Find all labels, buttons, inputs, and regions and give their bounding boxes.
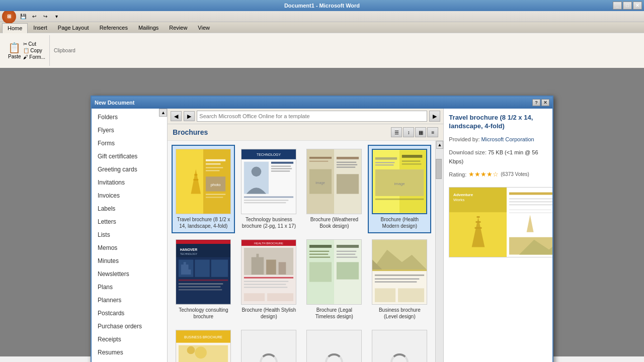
- tab-mailings[interactable]: Mailings: [133, 23, 164, 33]
- sidebar-item-flyers[interactable]: Flyers: [92, 124, 167, 137]
- tab-home[interactable]: Home: [2, 23, 28, 33]
- redo-qat-btn[interactable]: ↪: [40, 12, 50, 21]
- undo-qat-btn[interactable]: ↩: [29, 12, 39, 21]
- template-thumb-health: image: [372, 149, 427, 214]
- tab-insert[interactable]: Insert: [28, 23, 52, 33]
- paste-btn[interactable]: 📋 Paste: [8, 42, 21, 59]
- template-item-business-half[interactable]: BUSINESS BROCHURE: [172, 326, 235, 362]
- svg-rect-58: [179, 284, 223, 285]
- svg-rect-87: [372, 269, 427, 271]
- sidebar-item-minutes[interactable]: Minutes: [92, 254, 167, 267]
- template-thumb-biz-marketing: [372, 330, 427, 362]
- tab-page-layout[interactable]: Page Layout: [53, 23, 94, 33]
- download-size-label: Download size:: [449, 149, 487, 155]
- sidebar-item-purchase-orders[interactable]: Purchase orders: [92, 320, 167, 333]
- sidebar-item-greeting-cards[interactable]: Greeting cards: [92, 163, 167, 176]
- svg-text:TECHNOLOGY: TECHNOLOGY: [180, 253, 198, 255]
- clipboard-group: 📋 Paste ✂ Cut 📋 Copy 🖌 Form...: [4, 35, 50, 66]
- view-thumb-btn[interactable]: ▦: [415, 127, 426, 137]
- back-btn[interactable]: ◀: [171, 111, 182, 121]
- svg-rect-73: [309, 245, 332, 248]
- restore-btn[interactable]: □: [623, 2, 632, 10]
- template-item-professional-services[interactable]: Professional services: [302, 326, 366, 362]
- template-item-event-marketing[interactable]: Event marketing: [237, 326, 300, 362]
- sidebar-item-planners[interactable]: Planners: [92, 294, 167, 307]
- sidebar-item-invoices[interactable]: Invoices: [92, 189, 167, 202]
- copy-btn[interactable]: 📋 Copy: [23, 48, 45, 53]
- svg-rect-81: [337, 257, 357, 258]
- dialog-title-bar: New Document ? ✕: [92, 97, 552, 109]
- template-item-weathered-book[interactable]: image: [302, 145, 366, 233]
- new-document-dialog: New Document ? ✕ ▲ Folders Flyers Forms …: [91, 96, 553, 362]
- forward-btn[interactable]: ▶: [184, 111, 195, 121]
- dialog-body: ▲ Folders Flyers Forms Gift certificates…: [92, 109, 552, 362]
- sidebar-item-forms[interactable]: Forms: [92, 137, 167, 150]
- sidebar-item-plans[interactable]: Plans: [92, 281, 167, 294]
- svg-rect-33: [337, 162, 356, 163]
- template-item-health-modern[interactable]: image Brochure (Health Modern design): [368, 145, 431, 233]
- template-name-weathered: Brochure (Weathered Book design): [306, 216, 362, 229]
- dialog-close-btn[interactable]: ✕: [541, 99, 549, 106]
- sidebar-item-invitations[interactable]: Invitations: [92, 176, 167, 189]
- format-painter-btn[interactable]: 🖌 Form...: [23, 54, 45, 60]
- section-header: Brochures ☰ ↕ ▦ ≡: [168, 124, 443, 141]
- template-item-tech-business[interactable]: TECHNOLOGY: [237, 145, 300, 233]
- ribbon-content: 📋 Paste ✂ Cut 📋 Copy 🖌 Form... Clipboard: [0, 33, 644, 68]
- tab-view[interactable]: View: [193, 23, 215, 33]
- grid-scroll-area: photo Travel brochure (8 1/2 x 14, lands…: [168, 141, 443, 362]
- svg-rect-55: [195, 259, 210, 277]
- template-item-legal-timeless[interactable]: Brochure (Legal Timeless design): [302, 235, 366, 324]
- tab-references[interactable]: References: [95, 23, 133, 33]
- svg-rect-114: [509, 192, 552, 195]
- dialog-help-btn[interactable]: ?: [532, 99, 540, 106]
- template-name-travel: Travel brochure (8 1/2 x 14, landscape, …: [176, 216, 231, 229]
- sidebar-scroll-up[interactable]: ▲: [159, 109, 167, 117]
- template-thumb-biz-half: BUSINESS BROCHURE: [176, 330, 231, 362]
- minimize-btn[interactable]: _: [613, 2, 622, 10]
- search-input[interactable]: [197, 111, 427, 122]
- sidebar-item-letters[interactable]: Letters: [92, 215, 167, 228]
- tab-review[interactable]: Review: [164, 23, 192, 33]
- dialog-title: New Document: [95, 100, 134, 106]
- sidebar-item-receipts[interactable]: Receipts: [92, 333, 167, 346]
- qat-more-btn[interactable]: ▾: [51, 12, 61, 21]
- sidebar-item-folders[interactable]: Folders: [92, 111, 167, 124]
- svg-point-103: [195, 347, 207, 359]
- save-qat-btn[interactable]: 💾: [18, 12, 28, 21]
- sidebar-item-memos[interactable]: Memos: [92, 241, 167, 254]
- office-button[interactable]: ⊞: [2, 10, 16, 24]
- grid-scrollbar: ▲ ▼: [435, 141, 443, 362]
- svg-rect-23: [244, 196, 293, 198]
- svg-rect-32: [337, 157, 359, 159]
- svg-point-102: [187, 346, 195, 354]
- sidebar-item-schedules[interactable]: Schedules: [92, 359, 167, 362]
- template-item-tech-consulting[interactable]: HANOVER TECHNOLOGY: [172, 235, 235, 324]
- template-item-health-stylish[interactable]: HEALTH BROCHURE: [237, 235, 300, 324]
- scrollbar-thumb[interactable]: [436, 159, 442, 179]
- view-sort-btn[interactable]: ↕: [403, 127, 414, 137]
- cut-btn[interactable]: ✂ Cut: [23, 41, 45, 47]
- sidebar-item-newsletters[interactable]: Newsletters: [92, 267, 167, 281]
- view-detail-btn[interactable]: ≡: [427, 127, 438, 137]
- detail-title: Travel brochure (8 1/2 x 14, landscape, …: [449, 114, 547, 131]
- template-item-business-level[interactable]: Business brochure (Level design): [368, 235, 431, 324]
- sidebar-item-postcards[interactable]: Postcards: [92, 307, 167, 320]
- sidebar-item-lists[interactable]: Lists: [92, 228, 167, 241]
- scroll-up-btn[interactable]: ▲: [436, 141, 443, 149]
- sidebar-item-labels[interactable]: Labels: [92, 202, 167, 215]
- template-item-travel-brochure[interactable]: photo Travel brochure (8 1/2 x 14, lands…: [172, 145, 235, 233]
- template-name-legal-timeless: Brochure (Legal Timeless design): [306, 307, 362, 320]
- svg-rect-41: [375, 162, 395, 163]
- sidebar-item-gift-certificates[interactable]: Gift certificates: [92, 150, 167, 163]
- search-go-btn[interactable]: ▶: [429, 111, 440, 122]
- svg-rect-31: [309, 161, 328, 162]
- sidebar-item-resumes[interactable]: Resumes: [92, 346, 167, 359]
- svg-text:Adventure: Adventure: [453, 193, 473, 197]
- svg-rect-108: [476, 221, 481, 223]
- template-item-business-marketing[interactable]: Business marketing: [368, 326, 431, 362]
- view-list-btn[interactable]: ☰: [391, 127, 402, 137]
- office-logo: ⊞: [7, 14, 11, 19]
- close-btn[interactable]: ✕: [633, 2, 642, 10]
- svg-rect-119: [509, 209, 551, 210]
- svg-rect-75: [309, 254, 328, 255]
